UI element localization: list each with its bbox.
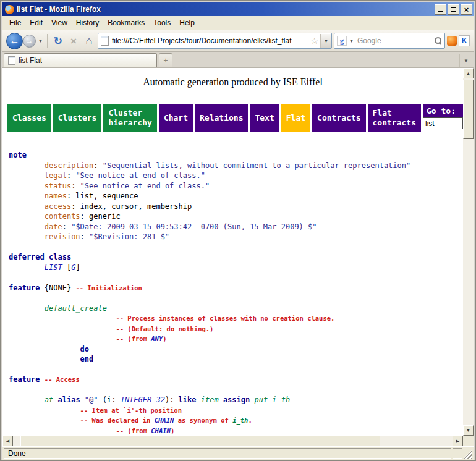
feature-link[interactable]: i_th bbox=[232, 417, 248, 424]
code-text: : bbox=[93, 161, 102, 170]
code-line: access: index, cursor, membership bbox=[9, 202, 463, 213]
code-line: -- Process instances of classes with no … bbox=[9, 314, 463, 324]
comment-text: -- (Default: do nothing.) bbox=[116, 325, 213, 332]
title-bar[interactable]: list Flat - Mozilla Firefox × bbox=[2, 2, 474, 16]
scroll-up-button[interactable]: ▲ bbox=[463, 68, 474, 78]
menu-bookmarks[interactable]: Bookmarks bbox=[103, 17, 149, 28]
code-line: LIST [G] bbox=[9, 263, 463, 274]
horizontal-scroll-thumb[interactable] bbox=[20, 436, 380, 446]
doc-nav-cluster-hierarchy[interactable]: Cluster hierarchy bbox=[103, 104, 156, 132]
code-line: description: "Sequential lists, without … bbox=[9, 161, 463, 172]
class-link[interactable]: INTEGER_32 bbox=[121, 395, 165, 404]
feature-link[interactable]: at bbox=[45, 395, 53, 404]
code-text bbox=[9, 345, 80, 353]
search-engine-icon[interactable]: g bbox=[337, 36, 347, 46]
menu-help[interactable]: Help bbox=[175, 17, 199, 28]
resize-grip[interactable] bbox=[464, 450, 472, 459]
minimize-button[interactable] bbox=[435, 4, 446, 15]
code-text bbox=[40, 375, 45, 384]
content-area: Automatic generation produced by ISE Eif… bbox=[2, 68, 474, 436]
list-all-tabs-button[interactable]: ▼ bbox=[459, 54, 472, 67]
string-literal: "See notice at end of class." bbox=[75, 171, 205, 180]
code-line: default_create bbox=[9, 304, 463, 315]
search-icon[interactable] bbox=[435, 37, 442, 44]
extension-icon-orange[interactable] bbox=[447, 36, 457, 46]
history-dropdown-icon[interactable]: ▼ bbox=[38, 39, 43, 43]
doc-nav-flat-contracts[interactable]: Flat contracts bbox=[368, 104, 421, 132]
page-icon bbox=[101, 36, 109, 46]
code-text bbox=[9, 406, 80, 415]
doc-nav-chart[interactable]: Chart bbox=[159, 104, 193, 132]
menu-tools[interactable]: Tools bbox=[149, 17, 175, 28]
doc-nav-contracts[interactable]: Contracts bbox=[312, 104, 365, 132]
code-text: ): bbox=[165, 395, 179, 404]
doc-nav-flat[interactable]: Flat bbox=[281, 104, 310, 132]
goto-input[interactable] bbox=[423, 117, 463, 129]
doc-nav-text[interactable]: Text bbox=[250, 104, 279, 132]
code-text bbox=[9, 273, 13, 282]
code-text bbox=[219, 395, 223, 404]
code-line: deferred class bbox=[9, 253, 463, 263]
url-bar[interactable]: ☆ ▼ bbox=[98, 33, 332, 49]
code-text bbox=[9, 294, 13, 302]
horizontal-scrollbar[interactable]: ◀ ▶ bbox=[2, 436, 463, 446]
comment-text: -- Access bbox=[45, 376, 80, 383]
scroll-right-button[interactable]: ▶ bbox=[453, 436, 463, 446]
horizontal-scroll-track[interactable] bbox=[13, 436, 453, 446]
back-button[interactable]: ← bbox=[6, 33, 23, 49]
goto-box: Go to: bbox=[423, 104, 463, 129]
doc-nav-clusters[interactable]: Clusters bbox=[53, 104, 102, 132]
code-text bbox=[9, 212, 45, 221]
class-link[interactable]: CHAIN bbox=[151, 427, 171, 434]
code-keyword: alias bbox=[57, 395, 80, 404]
code-line: legal: "See notice at end of class." bbox=[9, 171, 463, 182]
extension-icon-k[interactable]: K bbox=[459, 35, 470, 46]
note-tag: revision bbox=[45, 232, 80, 241]
code-text bbox=[9, 416, 80, 425]
doc-nav-relations[interactable]: Relations bbox=[195, 104, 248, 132]
menu-view[interactable]: View bbox=[47, 17, 72, 28]
back-icon: ← bbox=[10, 35, 20, 46]
close-button[interactable]: × bbox=[461, 4, 472, 15]
note-tag: legal bbox=[45, 171, 67, 180]
search-engine-dropdown-icon[interactable]: ▼ bbox=[349, 39, 354, 43]
feature-link[interactable]: put_i_th bbox=[254, 395, 290, 404]
vertical-scroll-thumb[interactable] bbox=[463, 80, 474, 139]
code-text bbox=[9, 171, 45, 180]
scroll-left-button[interactable]: ◀ bbox=[2, 436, 13, 446]
vertical-scrollbar[interactable]: ▲ ▼ bbox=[463, 68, 474, 436]
search-box[interactable]: g ▼ bbox=[334, 33, 445, 49]
note-tag: description bbox=[45, 161, 93, 170]
note-tag: contents bbox=[45, 212, 80, 221]
class-link[interactable]: CHAIN bbox=[155, 417, 174, 424]
bookmark-star-icon[interactable]: ☆ bbox=[310, 36, 318, 46]
code-text bbox=[9, 395, 45, 404]
tab-list-flat[interactable]: list Flat bbox=[4, 53, 157, 67]
doc-nav-buttons: ClassesClustersCluster hierarchyChartRel… bbox=[7, 104, 421, 132]
comment-text: as synonym of bbox=[174, 417, 232, 424]
code-text: : index, cursor, membership bbox=[71, 202, 192, 211]
class-link[interactable]: LIST bbox=[45, 263, 62, 272]
home-icon[interactable]: ⌂ bbox=[82, 36, 96, 46]
menu-edit[interactable]: Edit bbox=[25, 17, 47, 28]
new-tab-button[interactable]: + bbox=[159, 53, 172, 67]
forward-button[interactable]: → bbox=[23, 35, 36, 48]
url-dropdown-button[interactable]: ▼ bbox=[320, 34, 331, 48]
maximize-button[interactable] bbox=[448, 4, 459, 15]
feature-link[interactable]: default_create bbox=[45, 304, 107, 313]
doc-nav-row: ClassesClustersCluster hierarchyChartRel… bbox=[7, 104, 463, 132]
class-link[interactable]: ANY bbox=[151, 335, 163, 342]
feature-link[interactable]: item bbox=[201, 395, 219, 404]
string-literal: "@" bbox=[85, 395, 98, 404]
scroll-down-button[interactable]: ▼ bbox=[463, 425, 474, 436]
search-input[interactable] bbox=[356, 36, 433, 46]
menu-history[interactable]: History bbox=[72, 17, 103, 28]
page-heading: Automatic generation produced by ISE Eif… bbox=[2, 77, 463, 88]
code-text bbox=[9, 386, 13, 394]
doc-nav-classes[interactable]: Classes bbox=[7, 104, 51, 132]
code-text bbox=[9, 192, 45, 200]
url-input[interactable] bbox=[111, 36, 309, 46]
refresh-icon[interactable]: ↻ bbox=[51, 36, 65, 46]
menu-file[interactable]: File bbox=[5, 17, 25, 28]
code-text bbox=[9, 243, 13, 252]
